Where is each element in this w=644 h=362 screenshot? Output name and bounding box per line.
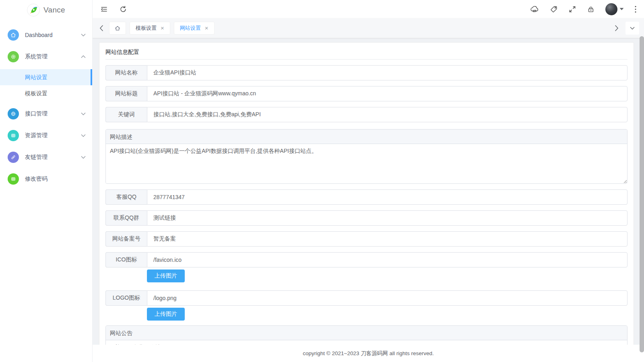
app-logo[interactable]: Vance [0,0,92,20]
chevron-down-icon [81,134,86,137]
sidebar-item-site-settings[interactable]: 网站设置 [0,69,92,85]
sidebar-item-label: Dashboard [25,32,81,38]
tab-template-settings[interactable]: 模板设置 × [130,22,170,35]
rocket-logo-icon [27,4,40,16]
sidebar: Vance Dashboard 系统管理 [0,0,93,362]
upload-ico-button[interactable]: 上传图片 [147,269,185,282]
icp-number-input[interactable] [147,231,627,247]
footer: copyright © 2021~2023 刀客源码网 all rights r… [93,345,644,362]
sidebar-item-api-management[interactable]: 接口管理 [0,103,92,125]
contact-qq-group-input[interactable] [147,210,627,226]
sidebar-item-label: 系统管理 [25,53,81,60]
sidebar-item-template-settings[interactable]: 模板设置 [0,85,92,101]
tab-site-settings[interactable]: 网站设置 × [174,22,215,35]
submenu-item-label: 网站设置 [25,74,47,80]
field-site-title: 网站标题 [105,86,627,101]
tab-label: 模板设置 [136,25,157,32]
field-logo-icon: LOGO图标 [105,290,627,306]
lock-icon[interactable] [587,5,595,13]
chevron-down-icon [81,33,86,37]
sidebar-item-label: 修改密码 [25,175,86,183]
keywords-input[interactable] [147,107,627,122]
home-icon [8,29,19,41]
tabs-options-button[interactable] [625,22,639,35]
field-ico-icon: ICO图标 [105,252,627,267]
grid-icon [8,130,19,141]
card-title: 网站信息配置 [105,43,627,60]
tabs-scroll-right-button[interactable] [613,25,621,31]
menu-fold-icon[interactable] [100,5,108,13]
main-area: 模板设置 × 网站设置 × 网站信息配置 网站名称 网站标题 [93,0,644,362]
field-site-name: 网站名称 [105,65,627,80]
field-icp-number: 网站备案号 [105,231,627,247]
home-icon [114,25,121,31]
fullscreen-icon[interactable] [568,5,576,13]
kebab-menu-icon[interactable] [634,5,637,13]
chevron-up-icon [81,55,86,58]
field-label: 关键词 [105,107,147,122]
field-label: 联系QQ群 [105,210,147,226]
tabbar: 模板设置 × 网站设置 × [93,18,644,38]
field-label: 网站备案号 [105,231,147,247]
cloud-code-icon[interactable] [530,5,539,14]
field-label: 网站标题 [105,86,147,101]
field-contact-qq-group: 联系QQ群 [105,210,627,226]
sidebar-item-label: 资源管理 [25,132,81,139]
chevron-down-icon [81,112,86,115]
gear-icon [8,51,19,62]
service-qq-input[interactable] [147,189,627,205]
field-label: 网站描述 [106,130,627,144]
chevron-down-icon [81,156,86,159]
vertical-scrollbar[interactable] [640,36,644,352]
site-title-input[interactable] [147,86,627,101]
user-menu[interactable] [605,3,624,15]
tab-label: 网站设置 [180,25,201,32]
close-icon[interactable]: × [161,25,164,31]
field-keywords: 关键词 [105,107,627,122]
topbar [93,0,644,18]
field-description: 网站描述 API接口站(企业猫源码网)是一个公益API数据接口调用平台,提供各种… [105,129,627,184]
grid-icon [8,173,19,185]
description-textarea[interactable]: API接口站(企业猫源码网)是一个公益API数据接口调用平台,提供各种API接口… [106,144,627,183]
field-label: LOGO图标 [105,290,147,306]
field-label: ICO图标 [105,252,147,267]
field-service-qq: 客服QQ [105,189,627,205]
field-label: 客服QQ [105,189,147,205]
upload-logo-button[interactable]: 上传图片 [147,308,185,321]
content-area: 网站信息配置 网站名称 网站标题 关键词 网站描述 API接口站(企业猫源码网)… [93,38,644,362]
tabs-scroll-left-button[interactable] [97,25,105,31]
site-name-input[interactable] [147,65,627,80]
app-title: Vance [43,6,65,14]
logo-icon-input[interactable] [147,290,627,306]
tab-home[interactable] [109,22,126,35]
sidebar-item-system-management[interactable]: 系统管理 [0,46,92,68]
caret-down-icon [619,8,624,10]
field-label: 网站公告 [106,326,627,340]
globe-icon [8,108,19,119]
refresh-icon[interactable] [119,5,127,13]
sidebar-item-label: 友链管理 [25,154,81,161]
field-label: 网站名称 [105,65,147,80]
submenu-system-management: 网站设置 模板设置 [0,69,92,101]
sidebar-item-change-password[interactable]: 修改密码 [0,168,92,190]
avatar[interactable] [605,3,617,15]
sidebar-item-resource-management[interactable]: 资源管理 [0,125,92,146]
sidebar-item-dashboard[interactable]: Dashboard [0,24,92,46]
ico-icon-input[interactable] [147,252,627,267]
link-icon [8,152,19,163]
sidebar-menu: Dashboard 系统管理 网站设置 模板设置 [0,20,92,190]
tag-icon[interactable] [550,5,558,13]
sidebar-item-label: 接口管理 [25,110,81,117]
site-info-card: 网站信息配置 网站名称 网站标题 关键词 网站描述 API接口站(企业猫源码网)… [99,42,634,362]
sidebar-item-friendlink-management[interactable]: 友链管理 [0,146,92,168]
close-icon[interactable]: × [205,25,208,31]
submenu-item-label: 模板设置 [25,90,47,97]
copyright-text: copyright © 2021~2023 刀客源码网 all rights r… [303,350,433,357]
chevron-down-icon [630,27,635,30]
